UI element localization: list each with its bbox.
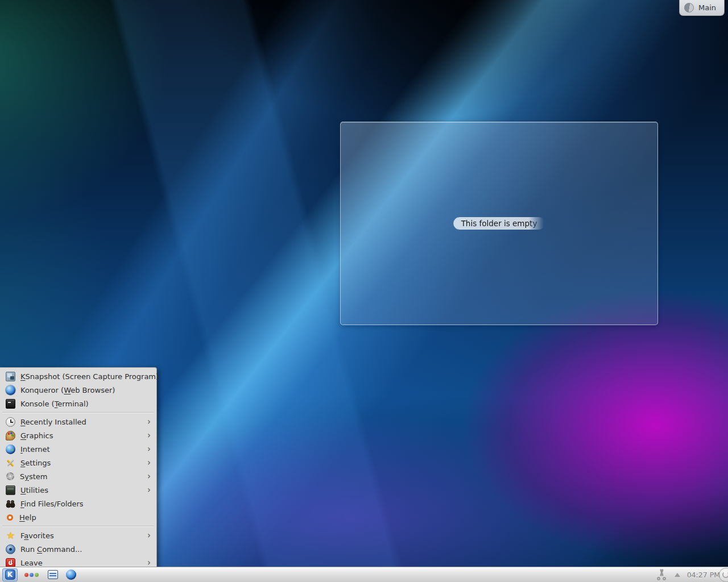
panel-toolbox-cashew-icon[interactable]	[719, 568, 728, 582]
menu-item-label: Konqueror (Web Browser)	[20, 386, 115, 394]
folder-view-activity-tab[interactable]: Main	[679, 0, 725, 16]
submenu-arrow-icon: ›	[147, 559, 152, 567]
menu-item-label: Konsole (Terminal)	[20, 400, 89, 408]
menu-item-internet[interactable]: Internet›	[0, 442, 156, 456]
submenu-arrow-icon: ›	[147, 431, 152, 440]
menu-item-favorites[interactable]: ★Favorites›	[0, 529, 156, 542]
menu-separator	[2, 412, 154, 413]
digital-clock[interactable]: 04:27 PM	[687, 571, 720, 579]
menu-item-konsole[interactable]: Konsole (Terminal)	[0, 397, 156, 410]
menu-item-ksnapshot[interactable]: KSnapshot (Screen Capture Program)	[0, 369, 156, 383]
star-icon: ★	[6, 531, 15, 541]
menu-item-label: Leave	[20, 559, 43, 567]
menu-item-help[interactable]: Help	[0, 510, 156, 524]
lifesaver-icon	[7, 514, 13, 521]
submenu-arrow-icon: ›	[147, 531, 152, 540]
konsole-terminal-icon	[6, 399, 15, 409]
menu-item-label: KSnapshot (Screen Capture Program)	[20, 372, 159, 381]
green-dot-icon	[35, 573, 39, 577]
menu-item-graphics[interactable]: Graphics›	[0, 429, 156, 442]
activity-tab-label: Main	[698, 3, 716, 12]
menu-item-label: Favorites	[20, 531, 54, 540]
menu-item-run-command[interactable]: Run Command...	[0, 542, 156, 556]
gear-icon	[6, 472, 14, 480]
palette-icon	[6, 431, 15, 440]
menu-item-label: Find Files/Folders	[20, 500, 84, 508]
menu-item-konqueror[interactable]: Konqueror (Web Browser)	[0, 383, 156, 397]
konqueror-globe-icon[interactable]	[66, 569, 76, 580]
ksnapshot-monitor-icon	[6, 372, 15, 381]
submenu-arrow-icon: ›	[147, 472, 152, 481]
activity-dots-icon[interactable]	[24, 573, 39, 577]
menu-item-label: Graphics	[20, 431, 53, 440]
application-menu: KSnapshot (Screen Capture Program)Konque…	[0, 367, 157, 572]
submenu-arrow-icon: ›	[147, 445, 152, 454]
run-gear-icon	[6, 544, 15, 554]
clock-icon	[6, 417, 15, 427]
menu-item-label: Internet	[20, 445, 50, 454]
folder-empty-message: This folder is empty	[453, 217, 545, 230]
binoculars-icon	[6, 499, 15, 509]
tray-expander-icon[interactable]	[675, 573, 680, 577]
kmenu-launcher-button[interactable]: K	[2, 568, 18, 581]
menu-item-find-files[interactable]: Find Files/Folders	[0, 497, 156, 510]
menu-item-label: System	[20, 472, 48, 481]
red-dot-icon	[24, 573, 28, 577]
menu-item-settings[interactable]: Settings›	[0, 456, 156, 469]
kde-logo-icon: K	[5, 569, 15, 580]
taskbar-panel: K 04:27 PM	[0, 567, 728, 582]
desktop-wallpaper: Main This folder is empty KSnapshot (Scr…	[0, 0, 728, 582]
klipper-scissors-icon[interactable]	[656, 569, 667, 580]
menu-item-recently-installed[interactable]: Recently Installed›	[0, 415, 156, 429]
globe-icon	[6, 444, 15, 454]
submenu-arrow-icon: ›	[147, 418, 152, 426]
crossed-tools-icon	[6, 458, 15, 468]
submenu-arrow-icon: ›	[147, 459, 152, 467]
menu-item-label: Help	[19, 513, 36, 522]
terminal-screen-icon	[6, 485, 15, 495]
menu-item-label: Run Command...	[20, 545, 82, 554]
konqueror-globe-icon	[6, 385, 15, 395]
power-icon	[6, 558, 15, 568]
activity-pie-icon	[684, 3, 694, 13]
scissors-handle	[657, 577, 660, 580]
menu-item-system[interactable]: System›	[0, 469, 156, 483]
scissors-handle	[663, 577, 666, 580]
folder-view-widget[interactable]: This folder is empty	[340, 122, 658, 325]
menu-item-label: Settings	[20, 459, 51, 467]
menu-separator	[2, 526, 154, 527]
blue-dot-icon	[30, 573, 34, 577]
menu-item-label: Recently Installed	[20, 418, 86, 426]
submenu-arrow-icon: ›	[147, 486, 152, 494]
menu-item-label: Utilities	[20, 486, 48, 494]
menu-item-utilities[interactable]: Utilities›	[0, 483, 156, 497]
file-cabinet-icon[interactable]	[48, 570, 58, 579]
